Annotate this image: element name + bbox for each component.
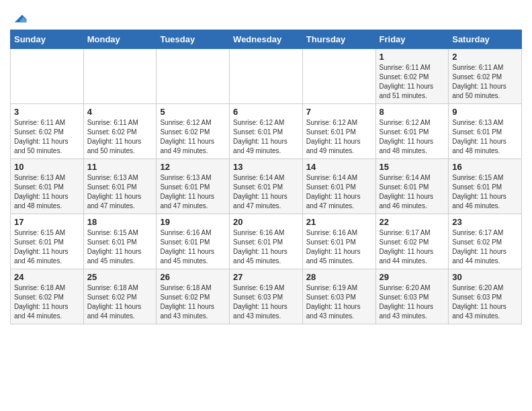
day-info: Sunrise: 6:12 AM Sunset: 6:01 PM Dayligh… bbox=[306, 118, 372, 156]
calendar-cell: 17Sunrise: 6:15 AM Sunset: 6:01 PM Dayli… bbox=[11, 214, 84, 269]
calendar-week-row: 1Sunrise: 6:11 AM Sunset: 6:02 PM Daylig… bbox=[11, 49, 522, 104]
calendar-header-day: Friday bbox=[375, 30, 449, 49]
day-info: Sunrise: 6:19 AM Sunset: 6:03 PM Dayligh… bbox=[306, 283, 372, 321]
day-info: Sunrise: 6:13 AM Sunset: 6:01 PM Dayligh… bbox=[160, 173, 226, 211]
day-info: Sunrise: 6:16 AM Sunset: 6:01 PM Dayligh… bbox=[306, 228, 372, 266]
day-number: 30 bbox=[452, 272, 518, 282]
day-info: Sunrise: 6:13 AM Sunset: 6:01 PM Dayligh… bbox=[87, 173, 153, 211]
calendar-cell: 3Sunrise: 6:11 AM Sunset: 6:02 PM Daylig… bbox=[11, 104, 84, 159]
page: SundayMondayTuesdayWednesdayThursdayFrid… bbox=[0, 0, 532, 334]
day-info: Sunrise: 6:16 AM Sunset: 6:01 PM Dayligh… bbox=[160, 228, 226, 266]
day-number: 5 bbox=[160, 107, 226, 117]
day-info: Sunrise: 6:14 AM Sunset: 6:01 PM Dayligh… bbox=[233, 173, 299, 211]
calendar-header-day: Sunday bbox=[11, 30, 84, 49]
day-number: 8 bbox=[380, 107, 445, 117]
day-number: 27 bbox=[233, 272, 299, 282]
day-info: Sunrise: 6:12 AM Sunset: 6:02 PM Dayligh… bbox=[160, 118, 226, 156]
day-number: 14 bbox=[306, 162, 372, 172]
logo-icon bbox=[11, 9, 28, 26]
calendar-cell: 5Sunrise: 6:12 AM Sunset: 6:02 PM Daylig… bbox=[157, 104, 230, 159]
day-info: Sunrise: 6:13 AM Sunset: 6:01 PM Dayligh… bbox=[14, 173, 80, 211]
calendar-week-row: 17Sunrise: 6:15 AM Sunset: 6:01 PM Dayli… bbox=[11, 214, 522, 269]
day-number: 10 bbox=[14, 162, 80, 172]
day-number: 1 bbox=[380, 52, 445, 62]
calendar-cell: 27Sunrise: 6:19 AM Sunset: 6:03 PM Dayli… bbox=[230, 269, 303, 324]
calendar-header-day: Tuesday bbox=[157, 30, 230, 49]
day-number: 23 bbox=[452, 217, 518, 227]
day-number: 6 bbox=[233, 107, 299, 117]
day-info: Sunrise: 6:20 AM Sunset: 6:03 PM Dayligh… bbox=[452, 283, 518, 321]
calendar-cell bbox=[302, 49, 375, 104]
calendar-week-row: 10Sunrise: 6:13 AM Sunset: 6:01 PM Dayli… bbox=[11, 159, 522, 214]
day-info: Sunrise: 6:18 AM Sunset: 6:02 PM Dayligh… bbox=[87, 283, 153, 321]
day-info: Sunrise: 6:20 AM Sunset: 6:03 PM Dayligh… bbox=[380, 283, 445, 321]
calendar-cell bbox=[230, 49, 303, 104]
day-info: Sunrise: 6:17 AM Sunset: 6:02 PM Dayligh… bbox=[452, 228, 518, 266]
day-info: Sunrise: 6:12 AM Sunset: 6:01 PM Dayligh… bbox=[380, 118, 445, 156]
day-info: Sunrise: 6:11 AM Sunset: 6:02 PM Dayligh… bbox=[380, 63, 445, 101]
day-info: Sunrise: 6:13 AM Sunset: 6:01 PM Dayligh… bbox=[452, 118, 518, 156]
calendar-header-day: Thursday bbox=[302, 30, 375, 49]
calendar-cell: 21Sunrise: 6:16 AM Sunset: 6:01 PM Dayli… bbox=[302, 214, 375, 269]
day-number: 20 bbox=[233, 217, 299, 227]
day-info: Sunrise: 6:11 AM Sunset: 6:02 PM Dayligh… bbox=[14, 118, 80, 156]
calendar-cell: 24Sunrise: 6:18 AM Sunset: 6:02 PM Dayli… bbox=[11, 269, 84, 324]
day-number: 11 bbox=[87, 162, 153, 172]
calendar-cell: 22Sunrise: 6:17 AM Sunset: 6:02 PM Dayli… bbox=[375, 214, 449, 269]
calendar-cell: 28Sunrise: 6:19 AM Sunset: 6:03 PM Dayli… bbox=[302, 269, 375, 324]
calendar-cell bbox=[157, 49, 230, 104]
calendar-cell: 11Sunrise: 6:13 AM Sunset: 6:01 PM Dayli… bbox=[83, 159, 157, 214]
logo bbox=[10, 12, 28, 26]
calendar-table: SundayMondayTuesdayWednesdayThursdayFrid… bbox=[10, 30, 522, 324]
calendar-cell: 2Sunrise: 6:11 AM Sunset: 6:02 PM Daylig… bbox=[449, 49, 522, 104]
day-info: Sunrise: 6:15 AM Sunset: 6:01 PM Dayligh… bbox=[452, 173, 518, 211]
day-number: 17 bbox=[14, 217, 80, 227]
day-info: Sunrise: 6:11 AM Sunset: 6:02 PM Dayligh… bbox=[87, 118, 153, 156]
calendar-cell: 25Sunrise: 6:18 AM Sunset: 6:02 PM Dayli… bbox=[83, 269, 157, 324]
day-number: 4 bbox=[87, 107, 153, 117]
day-info: Sunrise: 6:17 AM Sunset: 6:02 PM Dayligh… bbox=[380, 228, 445, 266]
calendar-header-row: SundayMondayTuesdayWednesdayThursdayFrid… bbox=[11, 30, 522, 49]
calendar-header-day: Wednesday bbox=[230, 30, 303, 49]
calendar-cell: 12Sunrise: 6:13 AM Sunset: 6:01 PM Dayli… bbox=[157, 159, 230, 214]
day-number: 21 bbox=[306, 217, 372, 227]
calendar-cell bbox=[11, 49, 84, 104]
calendar-cell: 6Sunrise: 6:12 AM Sunset: 6:01 PM Daylig… bbox=[230, 104, 303, 159]
calendar-cell: 30Sunrise: 6:20 AM Sunset: 6:03 PM Dayli… bbox=[449, 269, 522, 324]
day-number: 15 bbox=[380, 162, 445, 172]
calendar-cell: 29Sunrise: 6:20 AM Sunset: 6:03 PM Dayli… bbox=[375, 269, 449, 324]
calendar-cell: 8Sunrise: 6:12 AM Sunset: 6:01 PM Daylig… bbox=[375, 104, 449, 159]
day-info: Sunrise: 6:14 AM Sunset: 6:01 PM Dayligh… bbox=[306, 173, 372, 211]
day-info: Sunrise: 6:15 AM Sunset: 6:01 PM Dayligh… bbox=[14, 228, 80, 266]
day-info: Sunrise: 6:18 AM Sunset: 6:02 PM Dayligh… bbox=[14, 283, 80, 321]
calendar-cell: 23Sunrise: 6:17 AM Sunset: 6:02 PM Dayli… bbox=[449, 214, 522, 269]
day-number: 18 bbox=[87, 217, 153, 227]
calendar-cell: 18Sunrise: 6:15 AM Sunset: 6:01 PM Dayli… bbox=[83, 214, 157, 269]
calendar-cell: 1Sunrise: 6:11 AM Sunset: 6:02 PM Daylig… bbox=[375, 49, 449, 104]
calendar-cell: 9Sunrise: 6:13 AM Sunset: 6:01 PM Daylig… bbox=[449, 104, 522, 159]
calendar-cell: 26Sunrise: 6:18 AM Sunset: 6:02 PM Dayli… bbox=[157, 269, 230, 324]
day-info: Sunrise: 6:19 AM Sunset: 6:03 PM Dayligh… bbox=[233, 283, 299, 321]
day-number: 7 bbox=[306, 107, 372, 117]
header bbox=[10, 7, 522, 26]
calendar-cell: 19Sunrise: 6:16 AM Sunset: 6:01 PM Dayli… bbox=[157, 214, 230, 269]
calendar-header-day: Monday bbox=[83, 30, 157, 49]
calendar-cell: 13Sunrise: 6:14 AM Sunset: 6:01 PM Dayli… bbox=[230, 159, 303, 214]
day-info: Sunrise: 6:16 AM Sunset: 6:01 PM Dayligh… bbox=[233, 228, 299, 266]
day-number: 13 bbox=[233, 162, 299, 172]
day-number: 12 bbox=[160, 162, 226, 172]
calendar-cell: 7Sunrise: 6:12 AM Sunset: 6:01 PM Daylig… bbox=[302, 104, 375, 159]
calendar-cell: 20Sunrise: 6:16 AM Sunset: 6:01 PM Dayli… bbox=[230, 214, 303, 269]
calendar-header-day: Saturday bbox=[449, 30, 522, 49]
day-number: 19 bbox=[160, 217, 226, 227]
day-info: Sunrise: 6:15 AM Sunset: 6:01 PM Dayligh… bbox=[87, 228, 153, 266]
day-number: 2 bbox=[452, 52, 518, 62]
day-number: 3 bbox=[14, 107, 80, 117]
day-number: 22 bbox=[380, 217, 445, 227]
calendar-cell: 14Sunrise: 6:14 AM Sunset: 6:01 PM Dayli… bbox=[302, 159, 375, 214]
calendar-cell bbox=[83, 49, 157, 104]
calendar-cell: 15Sunrise: 6:14 AM Sunset: 6:01 PM Dayli… bbox=[375, 159, 449, 214]
calendar-cell: 4Sunrise: 6:11 AM Sunset: 6:02 PM Daylig… bbox=[83, 104, 157, 159]
day-number: 16 bbox=[452, 162, 518, 172]
calendar-week-row: 3Sunrise: 6:11 AM Sunset: 6:02 PM Daylig… bbox=[11, 104, 522, 159]
